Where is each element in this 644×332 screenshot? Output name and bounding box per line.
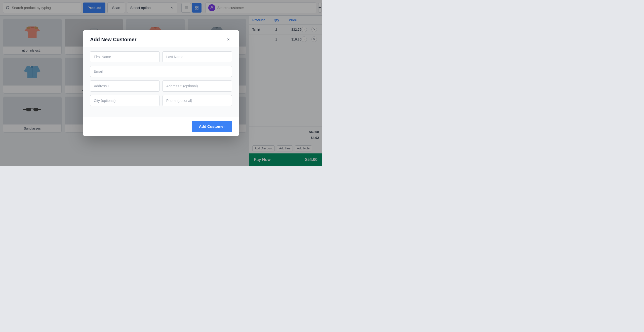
name-row xyxy=(90,51,232,62)
city-field[interactable] xyxy=(90,95,159,106)
address2-field[interactable] xyxy=(163,80,232,92)
last-name-field[interactable] xyxy=(163,51,232,62)
modal-overlay: Add New Customer × Add Customer xyxy=(0,0,322,166)
add-customer-modal: Add New Customer × Add Customer xyxy=(83,30,239,136)
modal-body xyxy=(83,47,239,117)
modal-title: Add New Customer xyxy=(90,37,136,43)
email-row xyxy=(90,66,232,77)
first-name-field[interactable] xyxy=(90,51,159,62)
submit-add-customer-button[interactable]: Add Customer xyxy=(192,121,232,132)
modal-footer: Add Customer xyxy=(83,117,239,136)
modal-close-button[interactable]: × xyxy=(225,36,232,43)
city-phone-row xyxy=(90,95,232,106)
modal-header: Add New Customer × xyxy=(83,30,239,47)
address1-field[interactable] xyxy=(90,80,159,92)
address-row xyxy=(90,80,232,92)
email-field[interactable] xyxy=(90,66,232,77)
phone-field[interactable] xyxy=(163,95,232,106)
